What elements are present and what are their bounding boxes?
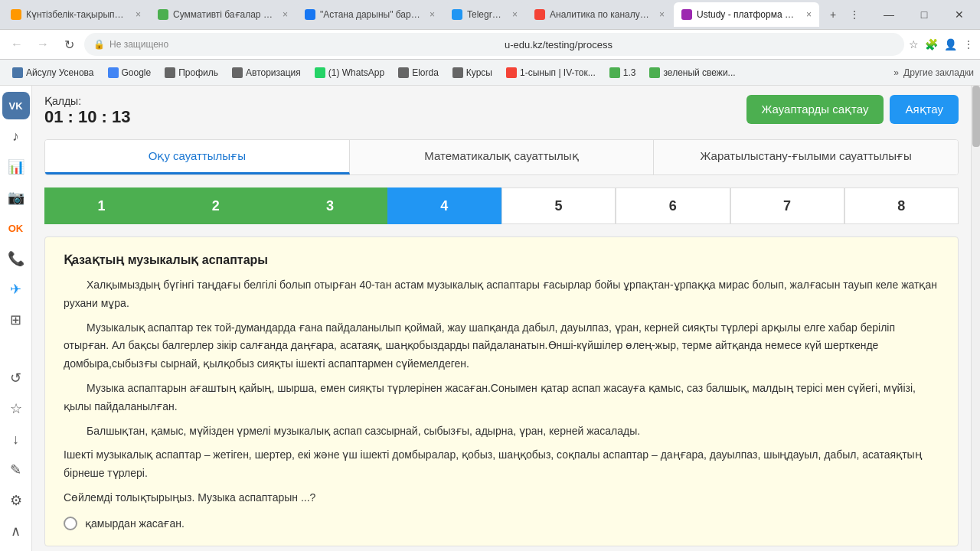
bookmark-item[interactable]: Айсулу Усенова [6,63,100,83]
question-num-4[interactable]: 4 [387,187,501,224]
bookmark-item[interactable]: Elorda [392,63,445,83]
browser-tab-tab4[interactable]: Telegram× [444,2,525,27]
new-tab-button[interactable]: + [824,5,842,24]
passage-para-2: Музыкалық аспаптар тек той-думандарда ға… [64,319,939,373]
subject-tabs: Оқу сауаттылығы Математикалық сауаттылық… [44,139,959,175]
sidebar-icon-chart[interactable]: 📊 [2,153,30,181]
browser-tab-tab1[interactable]: Күнтізбелік-тақырыптық...× [3,2,149,27]
tab-close-tab4[interactable]: × [509,9,518,20]
maximize-button[interactable]: □ [906,0,942,29]
tab-actions: + ⋮ [824,5,864,24]
passage-para-3: Музыка аспаптарын ағаштың қайың, шырша, … [64,380,939,416]
answer-radio-1[interactable] [64,517,77,530]
question-num-7[interactable]: 7 [730,187,844,224]
bookmark-label: (1) WhatsApp [328,67,384,78]
bookmark-label: 1.3 [623,67,636,78]
action-buttons: Жауаптарды сақтау Аяқтау [746,95,959,124]
tab-close-tab1[interactable]: × [132,9,141,20]
timer-section: Қалды: 01 : 10 : 13 [44,95,131,127]
bookmark-item[interactable]: (1) WhatsApp [309,63,390,83]
url-right-actions: ☆ 🧩 👤 ⋮ [909,38,974,51]
security-lock-icon: 🔒 [93,39,105,50]
bookmark-label: зеленый свежи... [663,67,735,78]
tab-label-tab5: Аналитика по каналу - Yo... [550,9,652,20]
tab-label-tab2: Суммативті бағалар - Кун... [173,9,275,20]
reload-button[interactable]: ↻ [58,34,80,55]
passage-para-5: Ішекті музыкалық аспаптар – жетіген, шер… [64,446,939,483]
tab-close-tab3[interactable]: × [426,9,435,20]
url-bar[interactable]: 🔒 Не защищено u-edu.kz/testing/process [84,33,904,56]
bookmark-label: Курсы [466,67,492,78]
tab-math[interactable]: Математикалық сауаттылық [350,140,655,174]
sidebar-icon-telegram[interactable]: ✈ [2,276,30,303]
tab-label-tab3: "Астана дарыны" барыңд... [320,9,422,20]
sidebar-icon-settings[interactable]: ⚙ [2,487,30,514]
bookmark-label: Айсулу Усенова [26,67,94,78]
save-answers-button[interactable]: Жауаптарды сақтау [746,95,884,124]
sidebar-icon-apps[interactable]: ⊞ [2,306,30,334]
extensions-icon[interactable]: 🧩 [925,38,938,51]
bookmark-star-icon[interactable]: ☆ [909,38,919,51]
bookmark-item[interactable]: Авторизация [226,63,307,83]
profile-icon[interactable]: 👤 [944,38,957,51]
menu-icon[interactable]: ⋮ [963,38,974,51]
main-content: Қалды: 01 : 10 : 13 Жауаптарды сақтау Ая… [32,86,971,551]
sidebar: VK ♪ 📊 📷 OK 📞 ✈ ⊞ ↺ ☆ ↓ ✎ ⚙ ∧ [0,86,32,551]
answer-label-1: қамырдан жасаған. [85,517,185,530]
question-num-2[interactable]: 2 [158,187,273,224]
top-bar: Қалды: 01 : 10 : 13 Жауаптарды сақтау Ая… [44,95,959,127]
question-num-3[interactable]: 3 [273,187,387,224]
browser-tab-tab3[interactable]: "Астана дарыны" барыңд...× [297,2,443,27]
tab-close-tab6[interactable]: × [803,9,812,20]
bookmark-item[interactable]: 1-сынып | IV-ток... [500,63,602,83]
sidebar-icon-vk[interactable]: VK [2,92,30,119]
bookmark-label: Elorda [412,67,439,78]
bookmark-item[interactable]: зеленый свежи... [643,63,741,83]
bookmark-item[interactable]: Профиль [158,63,224,83]
question-num-5[interactable]: 5 [501,187,616,224]
other-bookmarks-button[interactable]: » Другие закладки [893,67,974,78]
tab-label-tab6: Ustudy - платформа онла... [697,9,799,20]
bookmarks-bar: Айсулу УсеноваGoogleПрофильАвторизация(1… [0,60,980,86]
timer-value: 01 : 10 : 13 [44,107,131,127]
sidebar-icon-music[interactable]: ♪ [2,122,30,150]
question-num-1[interactable]: 1 [44,187,158,224]
tab-science[interactable]: Жаратылыстану-ғылыми сауаттылығы [654,140,958,174]
browser-tab-tab6[interactable]: Ustudy - платформа онла...× [674,2,819,27]
passage-question-prompt: Сөйлемді толықтырыңыз. Музыка аспаптарын… [64,489,939,507]
scrollbar[interactable] [971,86,980,551]
bookmark-label: Google [122,67,152,78]
timer-label: Қалды: [44,95,131,107]
bookmark-item[interactable]: Курсы [446,63,498,83]
passage-para-4: Балшықтан, қамыс, мүйізден үрмелі музыка… [64,422,939,441]
tab-close-tab2[interactable]: × [279,9,288,20]
browser-tab-tab5[interactable]: Аналитика по каналу - Yo...× [527,2,672,27]
bookmark-label: Профиль [178,67,218,78]
scrollbar-thumb[interactable] [972,86,980,147]
bookmark-item[interactable]: Google [102,63,158,83]
bookmark-label: Авторизация [246,67,301,78]
finish-button[interactable]: Аяқтау [890,95,959,124]
passage-box: Қазақтың музыкалық аспаптары Халқымыздың… [44,236,959,546]
tab-bar: Күнтізбелік-тақырыптық...×Суммативті бағ… [0,0,980,29]
sidebar-icon-favorites[interactable]: ☆ [2,395,30,422]
bookmark-item[interactable]: 1.3 [603,63,642,83]
back-button[interactable]: ← [6,34,28,55]
sidebar-icon-phone[interactable]: 📞 [2,245,30,272]
tab-menu-button[interactable]: ⋮ [845,5,864,24]
close-button[interactable]: ✕ [942,0,977,29]
sidebar-icon-notes[interactable]: ✎ [2,456,30,484]
tab-close-tab5[interactable]: × [656,9,665,20]
minimize-button[interactable]: — [871,0,906,29]
sidebar-icon-history[interactable]: ↺ [2,364,30,392]
tab-reading[interactable]: Оқу сауаттылығы [45,140,350,174]
passage-text: Халқымыздың бүгінгі таңдағы белгілі болы… [64,276,939,507]
sidebar-icon-instagram[interactable]: 📷 [2,184,30,211]
forward-button[interactable]: → [32,34,54,55]
sidebar-icon-download[interactable]: ↓ [2,425,30,453]
sidebar-icon-collapse[interactable]: ∧ [2,517,30,545]
question-num-8[interactable]: 8 [844,187,959,224]
browser-tab-tab2[interactable]: Суммативті бағалар - Кун...× [150,2,296,27]
sidebar-icon-ok[interactable]: OK [2,214,30,242]
question-num-6[interactable]: 6 [616,187,730,224]
